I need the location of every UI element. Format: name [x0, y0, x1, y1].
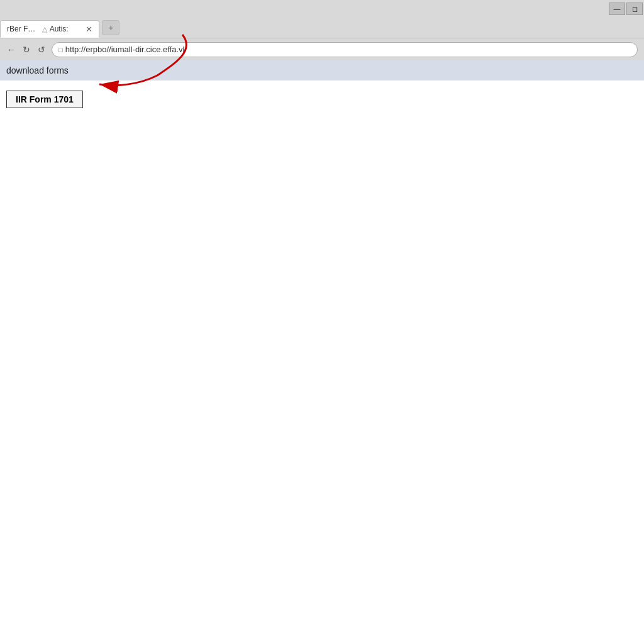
tab-separator: △ [42, 25, 47, 33]
active-tab[interactable]: rBer Formens △ Autis: ✕ [0, 20, 99, 38]
address-bar-icon: □ [58, 46, 63, 53]
iir-form-button[interactable]: IIR Form 1701 [6, 91, 83, 108]
maximize-button[interactable]: ◻ [626, 3, 643, 15]
address-bar-row: ← ↻ ↺ □ http://erpbo//iumall-dir.cice.ef… [0, 38, 644, 60]
window-controls: — ◻ [609, 3, 643, 15]
new-tab-button[interactable]: + [102, 20, 119, 35]
tab-label: rBer Formens [7, 25, 40, 33]
address-bar[interactable]: □ http://erpbo//iumall-dir.cice.effa.vl [52, 42, 638, 57]
download-forms-label: download forms [6, 65, 69, 75]
url-text: http://erpbo//iumall-dir.cice.effa.vl [65, 45, 185, 54]
reload-button2[interactable]: ↺ [34, 42, 49, 57]
tab-label2: Autis: [50, 25, 82, 33]
back-button[interactable]: ← [4, 42, 19, 57]
minimize-button[interactable]: — [609, 3, 625, 15]
tab-close-button[interactable]: ✕ [86, 25, 92, 33]
main-content: IIR Form 1701 [0, 80, 644, 118]
page-content: download forms IIR Form 1701 [0, 60, 644, 118]
browser-chrome: — ◻ rBer Formens △ Autis: ✕ + ← [0, 0, 644, 60]
title-bar: — ◻ [0, 0, 644, 18]
page-nav-bar: download forms [0, 60, 644, 80]
tab-bar: rBer Formens △ Autis: ✕ + [0, 18, 644, 38]
reload-button1[interactable]: ↻ [19, 42, 34, 57]
